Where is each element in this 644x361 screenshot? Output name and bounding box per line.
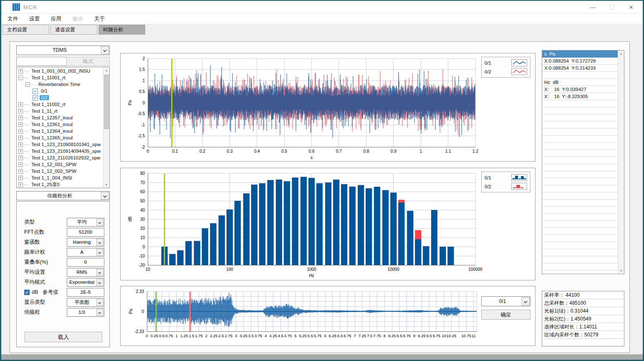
scroll-down-icon[interactable]: ▼ xyxy=(618,268,624,274)
maximize-button[interactable] xyxy=(602,1,621,13)
svg-text:1.75: 1.75 xyxy=(195,333,203,338)
expand-toggle-icon[interactable]: + xyxy=(18,142,23,147)
tree-checkbox[interactable]: ✓ xyxy=(33,88,38,94)
tree-item[interactable]: +Test 1_123_211026102932_spw xyxy=(17,154,103,161)
expand-toggle-icon[interactable]: + xyxy=(18,162,23,167)
chevron-down-icon[interactable] xyxy=(101,46,109,54)
chevron-down-icon[interactable] xyxy=(96,309,104,316)
octave-spectrum-chart[interactable]: 1010010001000010000080706050403020100-10… xyxy=(120,168,535,280)
filter-input[interactable] xyxy=(16,57,67,66)
menu-item-settings[interactable]: 设置 xyxy=(29,15,40,23)
svg-text:1000: 1000 xyxy=(307,267,316,272)
channel-select[interactable]: 0/1 xyxy=(481,296,530,306)
scroll-down-icon[interactable]: ▼ xyxy=(104,182,109,188)
record-overview-chart[interactable]: 00.250.50.7511.251.51.7522.252.52.7533.2… xyxy=(120,286,535,346)
tab-channel-settings[interactable]: 通道设置 xyxy=(51,25,97,35)
analysis-mode-select[interactable]: 倍频程分析 xyxy=(16,191,110,200)
tree-item[interactable]: +Test 1_11_rt xyxy=(17,108,103,114)
tab-time-frequency-analysis[interactable]: 时频分析 xyxy=(98,25,145,35)
chevron-down-icon[interactable] xyxy=(96,269,104,276)
chevron-down-icon[interactable] xyxy=(96,299,104,306)
close-button[interactable]: ✕ xyxy=(621,1,641,13)
expand-toggle-icon[interactable]: + xyxy=(18,122,23,127)
expand-toggle-icon[interactable]: + xyxy=(18,136,23,140)
menu-item-file[interactable]: 文件 xyxy=(8,15,18,23)
expand-toggle-icon[interactable]: + xyxy=(18,156,23,160)
tree-item[interactable]: +Test 1_25度0 xyxy=(17,181,103,188)
tree-item[interactable]: ✓0/2 xyxy=(17,94,103,101)
tree-checkbox[interactable]: ✓ xyxy=(33,95,38,101)
tree-item[interactable]: +Test 1_12_001_SPW xyxy=(17,161,103,168)
scroll-up-icon[interactable]: ▲ xyxy=(104,67,109,73)
menu-item-application[interactable]: 应用 xyxy=(51,15,61,23)
expand-toggle-icon[interactable]: + xyxy=(18,169,23,174)
tree-item[interactable]: +Test 1_12364_insul xyxy=(17,128,103,134)
tree-item[interactable]: ✓0/1 xyxy=(17,88,103,94)
type-select[interactable]: 平均 xyxy=(67,218,104,227)
load-button[interactable]: 载入 xyxy=(25,332,102,342)
frequency-weighting-select[interactable]: A xyxy=(67,248,104,257)
expand-toggle-icon[interactable]: + xyxy=(18,69,23,73)
legend-entry[interactable]: 0/2 xyxy=(482,182,530,191)
cursor1-green-dot xyxy=(155,303,157,305)
svg-text:4.75: 4.75 xyxy=(284,333,292,338)
scroll-up-icon[interactable]: ▲ xyxy=(618,50,624,57)
db-reference-checkbox[interactable]: ✓ xyxy=(24,290,30,295)
tree-scrollbar[interactable]: ▲ ▼ xyxy=(103,67,109,188)
readout-row xyxy=(542,72,618,79)
tree-item-label: Test 1_123_210908101941_spw xyxy=(30,142,102,147)
window-function-select[interactable]: Hanning xyxy=(67,238,104,247)
tab-document-settings[interactable]: 文档设置 xyxy=(3,25,49,35)
minimize-button[interactable]: — xyxy=(583,1,602,13)
expand-toggle-icon[interactable]: + xyxy=(18,182,23,187)
tree-item[interactable]: +Test 1_123_210908101941_spw xyxy=(17,141,103,148)
tree-item[interactable]: +Test 1_001_001_002_INSU xyxy=(17,68,103,74)
tree-item[interactable]: −Reverberation Time xyxy=(17,81,103,88)
expand-toggle-icon[interactable]: + xyxy=(18,149,23,154)
db-reference-input[interactable]: 2E-5 xyxy=(67,288,104,297)
chevron-down-icon[interactable] xyxy=(96,249,104,256)
file-format-select[interactable]: TDMS xyxy=(16,45,110,55)
menu-item-about[interactable]: 关于 xyxy=(94,15,105,23)
legend-entry[interactable]: 0/1 xyxy=(482,173,530,182)
scrollbar-thumb[interactable] xyxy=(104,75,109,129)
expand-toggle-icon[interactable]: + xyxy=(18,129,23,134)
legend-entry[interactable]: 0/1 xyxy=(482,58,530,67)
expand-toggle-icon[interactable]: − xyxy=(18,76,23,80)
tree-item[interactable]: +Test 1_12357_insul xyxy=(17,114,103,121)
tree-item[interactable]: +Test 1_1_004_INSI xyxy=(17,174,103,181)
expand-toggle-icon[interactable]: + xyxy=(18,102,23,107)
chevron-down-icon[interactable] xyxy=(101,192,109,199)
overlap-percent-input[interactable]: 0 xyxy=(67,258,104,267)
chevron-down-icon[interactable] xyxy=(522,297,530,305)
time-waveform-chart[interactable]: 00.10.20.30.40.50.60.70.80.911.11.221.51… xyxy=(120,53,535,162)
expand-toggle-icon[interactable]: + xyxy=(18,116,23,120)
legend-entry[interactable]: 0/2 xyxy=(482,67,530,76)
tree-item[interactable]: −Test 1_11001_rt xyxy=(17,74,103,81)
expand-toggle-icon[interactable]: + xyxy=(18,176,23,180)
display-type-select[interactable]: 平面图 xyxy=(67,298,104,307)
tree-item[interactable]: +Test 1_12361_insul xyxy=(17,121,103,128)
confirm-button[interactable]: 确定 xyxy=(481,310,530,320)
readout-scrollbar[interactable]: ▲ ▼ xyxy=(618,50,624,274)
tree-item-label: Test 1_12_002_SPW xyxy=(30,169,78,174)
expand-toggle-icon[interactable]: + xyxy=(18,109,23,114)
svg-text:0: 0 xyxy=(146,149,149,154)
svg-text:10.75: 10.75 xyxy=(461,333,471,338)
svg-text:-2.33: -2.33 xyxy=(134,329,144,334)
readout-row xyxy=(542,221,618,228)
tree-item[interactable]: +Test 1_123_210914094435_spw xyxy=(17,148,103,154)
octave-select[interactable]: 1/3 xyxy=(67,308,104,317)
tree-item[interactable]: +Test 1_11002_rt xyxy=(17,101,103,108)
format-button[interactable]: 格式 xyxy=(66,57,110,66)
chevron-down-icon[interactable] xyxy=(96,239,104,246)
average-mode-select[interactable]: Exponential xyxy=(67,278,104,287)
fft-points-input[interactable]: 51200 xyxy=(67,228,104,237)
tree-item[interactable]: +Test 1_12_002_SPW xyxy=(17,168,103,174)
tree-item[interactable]: +Test 1_12365_insul xyxy=(17,134,103,141)
expand-toggle-icon[interactable]: − xyxy=(25,82,30,87)
chevron-down-icon[interactable] xyxy=(96,279,104,286)
chevron-down-icon[interactable] xyxy=(96,219,104,226)
line-series-icon xyxy=(511,68,527,75)
average-setting-select[interactable]: RMS xyxy=(67,268,104,277)
